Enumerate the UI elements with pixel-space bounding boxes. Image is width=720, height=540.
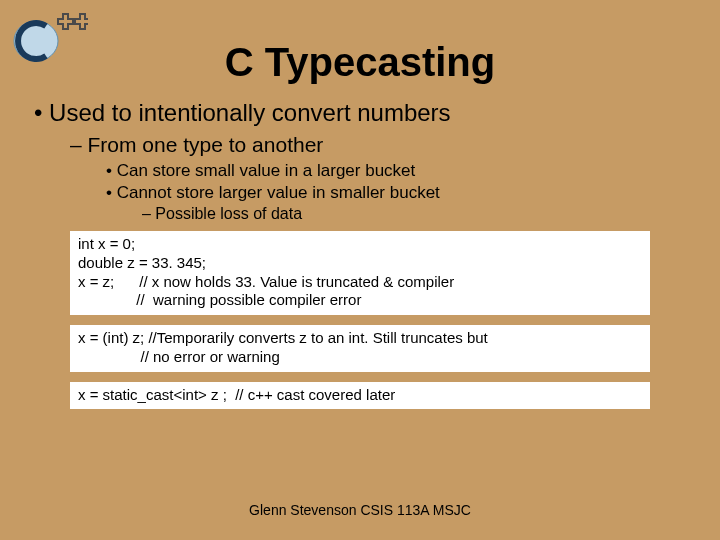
code-block-3: x = static_cast<int> z ; // c++ cast cov… [70,382,650,410]
slide-title: C Typecasting [0,40,720,85]
bullet-level-2: – From one type to another [70,133,686,157]
cpp-logo [8,6,88,66]
bullet-level-1: • Used to intentionally convert numbers [34,99,686,127]
slide-footer: Glenn Stevenson CSIS 113A MSJC [0,502,720,518]
bullet-level-4: – Possible loss of data [142,205,686,223]
bullet-level-3: • Cannot store larger value in smaller b… [106,183,686,203]
code-block-2: x = (int) z; //Temporarily converts z to… [70,325,650,372]
bullet-level-3: • Can store small value in a larger buck… [106,161,686,181]
slide-body: • Used to intentionally convert numbers … [0,99,720,409]
code-block-1: int x = 0; double z = 33. 345; x = z; //… [70,231,650,315]
